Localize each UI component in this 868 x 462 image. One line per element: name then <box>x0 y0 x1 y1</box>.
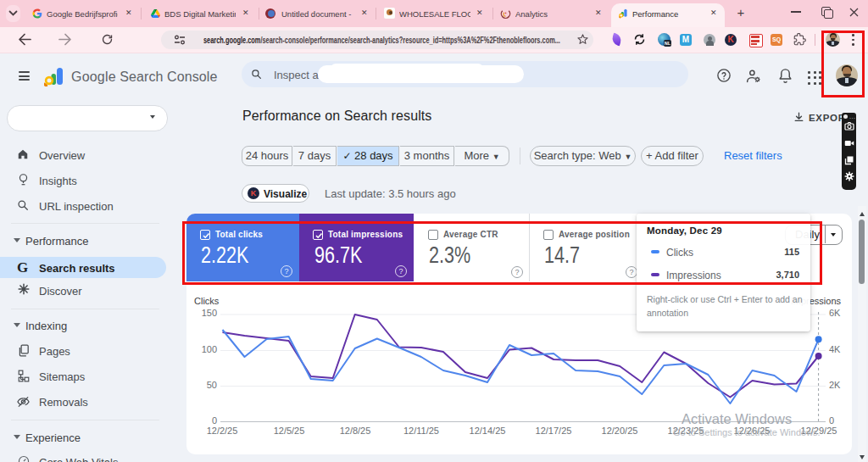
svg-text:12/17/25: 12/17/25 <box>536 426 572 436</box>
svg-text:50: 50 <box>207 380 217 390</box>
svg-text:12/8/25: 12/8/25 <box>340 426 371 436</box>
svg-text:12/20/25: 12/20/25 <box>602 426 638 436</box>
svg-text:0: 0 <box>829 415 834 426</box>
svg-text:12/11/25: 12/11/25 <box>403 426 439 436</box>
svg-text:Go to Settings to activate Win: Go to Settings to activate Windows. <box>673 427 821 437</box>
svg-text:4K: 4K <box>829 344 841 354</box>
svg-text:6K: 6K <box>829 308 841 318</box>
svg-text:Activate Windows: Activate Windows <box>682 411 792 426</box>
svg-text:12/14/25: 12/14/25 <box>470 426 506 436</box>
svg-text:2K: 2K <box>829 380 841 390</box>
svg-text:150: 150 <box>202 308 217 318</box>
svg-text:12/2/25: 12/2/25 <box>207 426 238 436</box>
svg-text:100: 100 <box>202 344 217 354</box>
svg-text:12/5/25: 12/5/25 <box>274 426 305 436</box>
svg-text:0: 0 <box>212 415 217 426</box>
svg-text:Clicks: Clicks <box>194 296 220 306</box>
